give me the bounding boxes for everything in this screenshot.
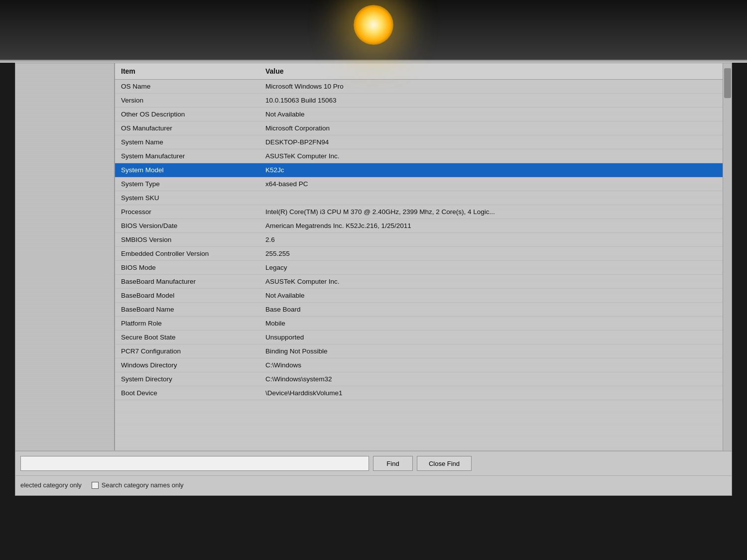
cell-value: Unsupported: [259, 332, 723, 343]
cell-item: BaseBoard Manufacturer: [115, 276, 259, 287]
table-row[interactable]: Windows DirectoryC:\Windows: [115, 358, 723, 372]
left-sidebar: [15, 63, 115, 450]
cell-item: BIOS Mode: [115, 262, 259, 273]
table-row[interactable]: System NameDESKTOP-BP2FN94: [115, 135, 723, 149]
table-row[interactable]: System Typex64-based PC: [115, 177, 723, 191]
cell-value: x64-based PC: [259, 178, 723, 190]
cell-item: Boot Device: [115, 387, 259, 399]
cell-value: Microsoft Corporation: [259, 122, 723, 134]
cell-item: System Directory: [115, 373, 259, 385]
table-row[interactable]: Version10.0.15063 Build 15063: [115, 94, 723, 108]
table-row[interactable]: BIOS ModeLegacy: [115, 261, 723, 275]
scrollbar-thumb[interactable]: [724, 68, 731, 98]
cell-value: [259, 196, 723, 200]
table-row[interactable]: OS NameMicrosoft Windows 10 Pro: [115, 80, 723, 94]
cell-item: OS Manufacturer: [115, 122, 259, 134]
table-row[interactable]: BaseBoard NameBase Board: [115, 303, 723, 317]
cell-value: ASUSTeK Computer Inc.: [259, 276, 723, 287]
table-row[interactable]: SMBIOS Version2.6: [115, 233, 723, 247]
table-row[interactable]: Platform RoleMobile: [115, 317, 723, 331]
cell-item: Version: [115, 95, 259, 106]
cell-value: ASUSTeK Computer Inc.: [259, 150, 723, 162]
search-category-wrapper: Search category names only: [92, 481, 184, 489]
find-bar: Find Close Find: [15, 451, 732, 475]
selected-category-label: elected category only: [20, 481, 82, 489]
cell-value: Not Available: [259, 290, 723, 301]
cell-item: System Model: [115, 164, 259, 176]
cell-item: SMBIOS Version: [115, 234, 259, 245]
cell-value: Not Available: [259, 109, 723, 120]
light-glow: [354, 5, 393, 45]
search-category-checkbox[interactable]: [92, 482, 99, 489]
cell-value: American Megatrends Inc. K52Jc.216, 1/25…: [259, 220, 723, 231]
table-row[interactable]: System SKU: [115, 191, 723, 205]
cell-item: System Type: [115, 178, 259, 190]
cell-item: System Name: [115, 136, 259, 148]
cell-value: DESKTOP-BP2FN94: [259, 136, 723, 148]
cell-value: \Device\HarddiskVolume1: [259, 387, 723, 399]
table-body: OS NameMicrosoft Windows 10 ProVersion10…: [115, 80, 723, 450]
search-category-label: Search category names only: [102, 481, 184, 489]
content-area: Item Value OS NameMicrosoft Windows 10 P…: [15, 63, 732, 450]
cell-item: Processor: [115, 206, 259, 218]
table-row[interactable]: ProcessorIntel(R) Core(TM) i3 CPU M 370 …: [115, 205, 723, 219]
table-row[interactable]: System ManufacturerASUSTeK Computer Inc.: [115, 149, 723, 163]
table-row[interactable]: Embedded Controller Version255.255: [115, 247, 723, 261]
cell-item: Windows Directory: [115, 359, 259, 371]
bottom-toolbar: Find Close Find elected category only Se…: [15, 450, 732, 495]
table-row[interactable]: BIOS Version/DateAmerican Megatrends Inc…: [115, 219, 723, 233]
cell-item: Other OS Description: [115, 109, 259, 120]
cell-item: System Manufacturer: [115, 150, 259, 162]
cell-item: Embedded Controller Version: [115, 248, 259, 259]
table-row[interactable]: Boot Device\Device\HarddiskVolume1: [115, 386, 723, 400]
table-header: Item Value: [115, 63, 723, 80]
table-row[interactable]: System DirectoryC:\Windows\system32: [115, 372, 723, 386]
main-window: Item Value OS NameMicrosoft Windows 10 P…: [15, 63, 732, 496]
cell-value: Microsoft Windows 10 Pro: [259, 81, 723, 92]
table-row[interactable]: Other OS DescriptionNot Available: [115, 108, 723, 121]
cell-item: System SKU: [115, 192, 259, 204]
cell-item: BIOS Version/Date: [115, 220, 259, 231]
cell-item: BaseBoard Name: [115, 304, 259, 315]
header-item-col: Item: [115, 65, 259, 77]
cell-value: Mobile: [259, 318, 723, 329]
cell-value: C:\Windows: [259, 359, 723, 371]
cell-value: 10.0.15063 Build 15063: [259, 95, 723, 106]
photo-top-area: [0, 0, 747, 60]
cell-value: Legacy: [259, 262, 723, 273]
table-row[interactable]: OS ManufacturerMicrosoft Corporation: [115, 121, 723, 135]
cell-value: 255.255: [259, 248, 723, 259]
cell-value: 2.6: [259, 234, 723, 245]
table-row[interactable]: PCR7 ConfigurationBinding Not Possible: [115, 344, 723, 358]
cell-item: Platform Role: [115, 318, 259, 329]
table-row[interactable]: BaseBoard ModelNot Available: [115, 289, 723, 303]
system-info-table: Item Value OS NameMicrosoft Windows 10 P…: [115, 63, 723, 450]
cell-item: PCR7 Configuration: [115, 345, 259, 357]
table-row[interactable]: System ModelK52Jc: [115, 163, 723, 177]
cell-value: C:\Windows\system32: [259, 373, 723, 385]
scrollbar[interactable]: [723, 63, 732, 450]
table-row[interactable]: BaseBoard ManufacturerASUSTeK Computer I…: [115, 275, 723, 289]
cell-value: Intel(R) Core(TM) i3 CPU M 370 @ 2.40GHz…: [259, 206, 723, 218]
cell-item: BaseBoard Model: [115, 290, 259, 301]
close-find-button[interactable]: Close Find: [417, 456, 472, 471]
cell-value: Binding Not Possible: [259, 345, 723, 357]
header-value-col: Value: [259, 65, 723, 77]
find-input[interactable]: [20, 456, 369, 471]
cell-item: OS Name: [115, 81, 259, 92]
cell-value: Base Board: [259, 304, 723, 315]
status-bar: elected category only Search category na…: [15, 475, 732, 494]
find-button[interactable]: Find: [373, 456, 413, 471]
cell-item: Secure Boot State: [115, 332, 259, 343]
cell-value: K52Jc: [259, 164, 723, 176]
table-row[interactable]: Secure Boot StateUnsupported: [115, 331, 723, 344]
